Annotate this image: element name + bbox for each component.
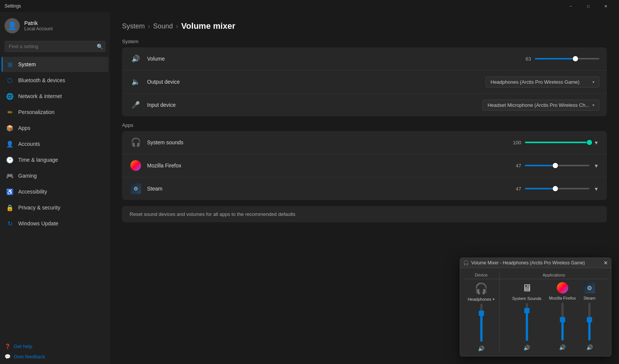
popup-close-button[interactable]: ✕	[603, 260, 608, 266]
steam-thumb[interactable]	[553, 186, 558, 191]
system-sounds-row: 🎧 System sounds 100 ▾	[122, 131, 607, 154]
breadcrumb-sound[interactable]: Sound	[153, 22, 173, 30]
popup-steam-slider[interactable]	[588, 303, 591, 341]
firefox-label: Mozilla Firefox	[147, 162, 373, 169]
steam-expand-button[interactable]: ▾	[593, 184, 599, 194]
system-icon: ⊞	[6, 61, 14, 68]
reset-row[interactable]: Reset sound devices and volumes for all …	[122, 206, 607, 222]
sidebar-item-update[interactable]: ↻ Windows Update	[2, 216, 108, 231]
get-help-link[interactable]: ❓ Get help	[5, 342, 105, 351]
titlebar: Settings − □ ✕	[0, 0, 619, 12]
popup-firefox-thumb[interactable]	[560, 317, 565, 322]
firefox-row: Mozilla Firefox 47 ▾	[122, 154, 607, 177]
popup-title: 🎧 Volume Mixer - Headphones (Arctis Pro …	[463, 260, 585, 266]
breadcrumb: System › Sound › Volume mixer	[122, 21, 607, 31]
input-icon: 🎤	[130, 99, 142, 111]
sidebar-item-label-accessibility: Accessibility	[18, 189, 47, 195]
firefox-slider[interactable]	[525, 165, 589, 166]
steam-vol: 47	[512, 186, 521, 192]
sidebar-item-label-accounts: Accounts	[18, 141, 40, 147]
sidebar-item-label-privacy: Privacy & security	[18, 205, 60, 211]
sidebar-item-label-network: Network & internet	[18, 93, 62, 99]
sidebar-item-bluetooth[interactable]: ⬡ Bluetooth & devices	[2, 73, 108, 88]
system-sounds-thumb[interactable]	[587, 140, 592, 145]
sidebar-item-accessibility[interactable]: ♿ Accessibility	[2, 184, 108, 199]
popup-system-sounds-speaker-icon: 🔊	[523, 345, 530, 351]
search-input[interactable]	[5, 41, 105, 52]
firefox-app-icon	[130, 159, 142, 172]
output-device-dropdown[interactable]: Headphones (Arctis Pro Wireless Game) ▾	[486, 77, 599, 87]
apps-settings-group: 🎧 System sounds 100 ▾ Mozilla Firefox	[122, 131, 607, 200]
search-box[interactable]: 🔍	[5, 41, 105, 52]
popup-system-sounds-thumb[interactable]	[524, 308, 530, 313]
popup-firefox-icon	[557, 282, 568, 294]
system-sounds-fill	[525, 142, 589, 143]
output-device-control: Headphones (Arctis Pro Wireless Game) ▾	[486, 77, 599, 87]
firefox-expand-button[interactable]: ▾	[593, 161, 599, 171]
steam-fill	[525, 188, 555, 189]
sidebar-footer: ❓ Get help 💬 Give feedback	[0, 339, 110, 364]
output-device-row: 🔈 Output device Headphones (Arctis Pro W…	[122, 70, 607, 94]
breadcrumb-sep-2: ›	[176, 22, 178, 30]
system-sounds-slider[interactable]	[525, 142, 589, 143]
sidebar-item-privacy[interactable]: 🔒 Privacy & security	[2, 200, 108, 215]
sidebar-item-system[interactable]: ⊞ System	[2, 57, 108, 72]
popup-system-sounds-slider[interactable]	[526, 303, 528, 341]
popup-titlebar: 🎧 Volume Mixer - Headphones (Arctis Pro …	[460, 258, 611, 268]
sidebar-item-personalization[interactable]: ✏ Personalization	[2, 105, 108, 120]
popup-headphone-icon: 🎧	[463, 260, 469, 266]
sidebar-item-accounts[interactable]: 👤 Accounts	[2, 136, 108, 152]
firefox-vol: 47	[512, 163, 521, 169]
sidebar: 👤 Patrik Local Account 🔍 ⊞ System ⬡ Blue…	[0, 12, 110, 364]
window-title: Settings	[5, 3, 21, 9]
give-feedback-link[interactable]: 💬 Give feedback	[5, 352, 105, 361]
volume-slider[interactable]	[535, 58, 599, 59]
popup-firefox-fill	[561, 320, 564, 341]
steam-slider[interactable]	[525, 188, 589, 189]
steam-row: ⚙ Steam 47 ▾	[122, 177, 607, 200]
breadcrumb-current: Volume mixer	[181, 21, 235, 31]
minimize-button[interactable]: −	[562, 0, 580, 12]
volume-slider-thumb[interactable]	[573, 56, 578, 61]
avatar: 👤	[5, 18, 20, 33]
firefox-thumb[interactable]	[553, 163, 558, 168]
system-sounds-expand-button[interactable]: ▾	[593, 137, 599, 148]
sidebar-item-gaming[interactable]: 🎮 Gaming	[2, 168, 108, 183]
user-name: Patrik	[24, 20, 53, 26]
output-device-value: Headphones (Arctis Pro Wireless Game)	[490, 79, 580, 85]
system-section-label: System	[122, 39, 607, 44]
steam-volume-control: 47 ▾	[373, 184, 600, 194]
close-button[interactable]: ✕	[597, 0, 614, 12]
maximize-button[interactable]: □	[580, 0, 597, 12]
popup-steam-thumb[interactable]	[587, 317, 592, 322]
sidebar-item-label-bluetooth: Bluetooth & devices	[18, 77, 65, 83]
personalization-icon: ✏	[6, 108, 14, 116]
popup-device-slider[interactable]	[480, 304, 483, 342]
output-icon: 🔈	[130, 76, 142, 88]
window-controls: − □ ✕	[562, 0, 614, 12]
volume-control: 63	[373, 56, 600, 62]
volume-row: 🔊 Volume 63	[122, 47, 607, 70]
popup-device-thumb[interactable]	[479, 311, 484, 316]
sidebar-item-time[interactable]: 🕐 Time & language	[2, 152, 108, 167]
user-info: Patrik Local Account	[24, 20, 53, 31]
feedback-icon: 💬	[5, 354, 11, 359]
volume-icon: 🔊	[130, 53, 142, 65]
firefox-fill	[525, 165, 555, 166]
system-sounds-vol: 100	[512, 140, 521, 145]
popup-device-speaker-icon: 🔊	[478, 345, 484, 352]
breadcrumb-system[interactable]: System	[122, 22, 145, 30]
popup-steam-fill	[588, 320, 591, 341]
sidebar-item-label-personalization: Personalization	[18, 109, 55, 115]
volume-slider-fill	[535, 58, 575, 59]
network-icon: 🌐	[6, 92, 14, 100]
popup-firefox-slider[interactable]	[561, 303, 564, 341]
popup-device-label: Device	[463, 273, 499, 279]
sidebar-item-apps[interactable]: 📦 Apps	[2, 120, 108, 136]
input-device-label: Input device	[147, 102, 483, 108]
user-sub: Local Account	[24, 26, 53, 31]
popup-firefox-speaker-icon: 🔊	[559, 344, 566, 350]
input-device-dropdown[interactable]: Headset Microphone (Arctis Pro Wireless …	[483, 100, 599, 111]
sidebar-item-network[interactable]: 🌐 Network & internet	[2, 89, 108, 104]
privacy-icon: 🔒	[6, 204, 14, 211]
